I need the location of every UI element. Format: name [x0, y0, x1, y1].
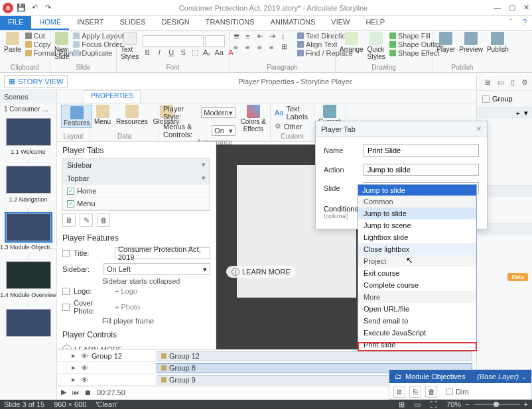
check-icon[interactable]: ✓ — [67, 188, 74, 195]
visibility-icon[interactable]: 👁 — [81, 364, 88, 372]
undo-icon[interactable]: ↶ — [29, 3, 40, 13]
dropdown-item-jump-slide[interactable]: Jump to slide — [358, 207, 476, 219]
font-family-select[interactable] — [143, 35, 204, 47]
text-styles-button[interactable]: Text Styles — [121, 32, 139, 60]
ribbon-collapse-icon[interactable]: ˇ — [504, 16, 517, 30]
arrange-button[interactable]: Arrange — [340, 32, 364, 53]
device-settings-icon[interactable]: ⚙ — [521, 78, 528, 87]
dropdown-item-open-url[interactable]: Open URL/file — [358, 303, 476, 315]
tab-animations[interactable]: ANIMATIONS — [263, 16, 324, 30]
dropdown-item-exit-course[interactable]: Exit course — [358, 267, 476, 279]
bold-button[interactable]: B — [143, 48, 152, 57]
del-layer-button[interactable]: 🗑 — [425, 386, 437, 398]
save-icon[interactable]: 💾 — [16, 3, 27, 13]
align-left-button[interactable]: ≡ — [233, 42, 243, 51]
row-expand-icon[interactable]: ▸ — [70, 351, 77, 360]
preview-learn-more-chip[interactable]: iLEARN MORE — [226, 266, 296, 278]
dropdown-item-send-email[interactable]: Send email to — [358, 315, 476, 327]
dropdown-item-jump-scene[interactable]: Jump to scene — [358, 219, 476, 231]
slide-thumb-selected[interactable] — [6, 213, 51, 241]
add-layer-button[interactable]: 🗎 — [393, 386, 405, 398]
dropdown-item-close-lightbox[interactable]: Close lightbox — [358, 243, 476, 255]
zoom-out-icon[interactable]: − — [465, 400, 469, 408]
other-button[interactable]: ⚙ Other — [275, 122, 310, 131]
paste-button[interactable]: Paste — [4, 32, 21, 53]
tabs-section-sidebar[interactable]: Sidebar▾ — [63, 158, 210, 172]
justify-button[interactable]: ≡ — [269, 42, 279, 51]
colors-effects-button[interactable]: Colors & Effects — [241, 105, 266, 139]
strike-button[interactable]: S — [178, 48, 188, 57]
new-slide-button[interactable]: New Slide — [54, 32, 69, 60]
tab-insert[interactable]: INSERT — [69, 16, 111, 30]
redo-icon[interactable]: ↷ — [42, 3, 53, 13]
title-checkbox[interactable] — [62, 250, 70, 257]
bullets-button[interactable]: ≣ — [233, 32, 243, 40]
tab-transitions[interactable]: TRANSITIONS — [198, 16, 263, 30]
slide-thumb[interactable] — [6, 261, 51, 289]
story-view-button[interactable]: ▦ STORY VIEW — [4, 75, 68, 88]
columns-button[interactable]: ⊞ — [281, 42, 291, 51]
font-size-select[interactable] — [205, 35, 225, 47]
case-button[interactable]: Aa — [214, 48, 224, 57]
dim-checkbox[interactable] — [446, 388, 453, 395]
features-button[interactable]: Features — [61, 105, 92, 128]
tab-view[interactable]: VIEW — [323, 16, 358, 30]
tabs-item-home[interactable]: ✓Home — [63, 185, 210, 198]
tab-design[interactable]: DESIGN — [154, 16, 198, 30]
sidebar-position-select[interactable]: On Left▾ — [103, 263, 210, 275]
pp-menu-button[interactable]: Menu — [94, 105, 111, 125]
tabs-section-topbar[interactable]: Topbar▾ — [63, 172, 210, 185]
name-input[interactable] — [364, 144, 479, 157]
dropdown-item-complete-course[interactable]: Complete course — [358, 279, 476, 291]
cover-add-button[interactable]: + Photo — [115, 303, 210, 311]
tab-file[interactable]: FILE — [0, 16, 31, 30]
status-fit-icon[interactable]: ⛶ — [430, 400, 437, 408]
cover-checkbox[interactable] — [62, 304, 70, 311]
publish-button[interactable]: Publish — [487, 32, 509, 53]
check-icon[interactable]: ✓ — [67, 200, 74, 207]
player-button[interactable]: Player — [436, 32, 455, 53]
status-grid-icon[interactable]: ⊞ — [399, 400, 405, 409]
align-right-button[interactable]: ≡ — [257, 42, 267, 51]
pp-resources-button[interactable]: Resources — [116, 105, 148, 125]
align-center-button[interactable]: ≡ — [245, 42, 255, 51]
add-tab-button[interactable]: 🗎 — [62, 213, 76, 227]
dropdown-item-execute-js[interactable]: Execute JavaScript — [358, 327, 476, 339]
visibility-icon[interactable]: 👁 — [81, 376, 88, 384]
tab-slides[interactable]: SLIDES — [111, 16, 153, 30]
panel-menu-icon[interactable]: ▾ — [524, 109, 528, 117]
char-spacing-button[interactable]: Aᵥ — [202, 48, 212, 57]
dup-layer-button[interactable]: ⎘ — [409, 386, 421, 398]
shadow-button[interactable]: ⬚ — [190, 48, 200, 57]
text-labels-button[interactable]: Aa Text Labels — [275, 105, 310, 121]
zoom-in-icon[interactable]: + — [524, 400, 528, 408]
delete-tab-button[interactable]: 🗑 — [97, 213, 110, 227]
linespacing-button[interactable]: ↕ — [281, 32, 291, 40]
row-expand-icon[interactable]: ▸ — [70, 375, 77, 384]
slide-thumb[interactable] — [6, 118, 51, 146]
timeline-play-icon[interactable]: ▶ — [61, 388, 66, 396]
device-desktop-icon[interactable]: 🖥 — [484, 78, 491, 86]
menus-controls-select[interactable]: On▾ — [212, 125, 235, 136]
dropdown-item-lightbox[interactable]: Lightbox slide — [358, 231, 476, 243]
title-input[interactable]: Consumer Protection Act, 2019 — [115, 247, 210, 259]
slide-thumb[interactable] — [6, 166, 51, 194]
timeline-bar[interactable]: Group 12 — [157, 351, 472, 361]
zoom-slider[interactable] — [474, 404, 520, 405]
slide-thumb[interactable] — [6, 309, 51, 337]
maximize-icon[interactable]: ▢ — [509, 3, 515, 12]
close-icon[interactable]: ✕ — [523, 3, 529, 12]
dialog-close-icon[interactable]: ✕ — [476, 125, 482, 133]
indent-inc-button[interactable]: ⇥ — [269, 32, 279, 40]
panel-add-icon[interactable]: + — [516, 109, 520, 117]
properties-tab[interactable]: PROPERTIES — [84, 90, 141, 103]
device-phone-icon[interactable]: ▯ — [511, 78, 515, 87]
row-expand-icon[interactable]: ▸ — [70, 363, 77, 372]
timeline-object-label[interactable]: Group 12 — [92, 352, 122, 360]
scene-row[interactable]: 1 Consumer Prot — [0, 103, 56, 115]
ribbon-help-icon[interactable]: ? — [517, 16, 532, 30]
visibility-icon[interactable]: 👁 — [81, 352, 88, 360]
italic-button[interactable]: I — [155, 48, 164, 57]
tab-home[interactable]: HOME — [31, 16, 69, 30]
indent-dec-button[interactable]: ⇤ — [257, 32, 267, 40]
